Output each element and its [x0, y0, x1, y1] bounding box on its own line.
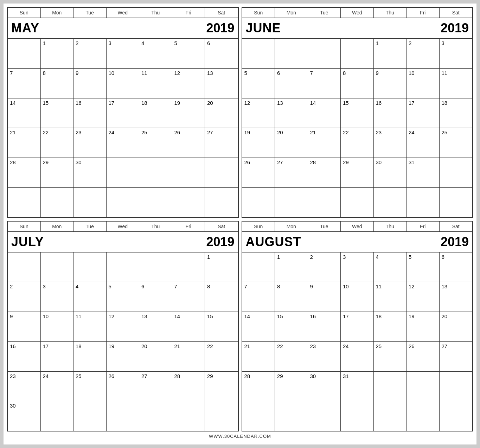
day-20: 20	[440, 312, 473, 341]
week-row-3: 16171819202122	[8, 342, 238, 372]
day-13: 13	[275, 98, 308, 128]
day-4: 4	[73, 282, 107, 312]
day-1: 1	[41, 39, 74, 68]
day-8: 8	[41, 69, 74, 98]
day-28: 28	[172, 372, 205, 401]
day-5: 5	[107, 282, 140, 312]
empty-day	[242, 252, 275, 282]
empty-day	[139, 158, 172, 187]
day-22: 22	[41, 128, 74, 158]
day-22: 22	[275, 342, 308, 371]
calendar-july-2019: SunMonTueWedThuFriSatJULY201912345678910…	[7, 221, 239, 432]
week-row-5	[242, 401, 473, 431]
day-10: 10	[41, 312, 74, 341]
empty-day	[41, 401, 74, 431]
calendar-body: 1234567891011121314151617181920212223242…	[8, 39, 238, 217]
week-row-0: 123456	[8, 39, 238, 69]
day-18: 18	[374, 312, 407, 341]
empty-day	[275, 401, 308, 431]
day-header-tue: Tue	[308, 8, 341, 18]
empty-day	[275, 39, 308, 68]
calendar-month: JUNE	[246, 21, 281, 36]
day-10: 10	[407, 69, 440, 98]
calendar-title-row: MAY2019	[8, 18, 238, 39]
day-24: 24	[407, 128, 440, 158]
day-25: 25	[139, 128, 172, 158]
day-12: 12	[242, 98, 275, 128]
day-15: 15	[41, 98, 74, 128]
day-header-sun: Sun	[8, 222, 41, 231]
day-26: 26	[407, 342, 440, 371]
empty-day	[139, 252, 172, 282]
day-9: 9	[8, 312, 41, 341]
empty-day	[73, 252, 107, 282]
week-row-2: 12131415161718	[242, 98, 473, 128]
day-14: 14	[308, 98, 341, 128]
week-row-0: 123	[242, 39, 473, 69]
day-18: 18	[73, 342, 107, 371]
day-1: 1	[205, 252, 238, 282]
day-header-sat: Sat	[205, 222, 238, 231]
empty-day	[440, 372, 473, 401]
day-2: 2	[407, 39, 440, 68]
day-13: 13	[139, 312, 172, 341]
day-20: 20	[205, 98, 238, 128]
day-29: 29	[341, 158, 374, 187]
day-header-sat: Sat	[440, 8, 473, 18]
day-8: 8	[205, 282, 238, 312]
week-row-4: 28293031	[242, 372, 473, 402]
day-header-fri: Fri	[172, 8, 205, 18]
day-24: 24	[107, 128, 140, 158]
day-3: 3	[440, 39, 473, 68]
day-25: 25	[73, 372, 107, 401]
day-12: 12	[407, 282, 440, 312]
calendar-year: 2019	[206, 21, 234, 36]
day-10: 10	[341, 282, 374, 312]
day-21: 21	[308, 128, 341, 158]
day-6: 6	[440, 252, 473, 282]
day-16: 16	[308, 312, 341, 341]
day-header-wed: Wed	[107, 8, 140, 18]
empty-day	[139, 401, 172, 431]
day-6: 6	[139, 282, 172, 312]
day-18: 18	[139, 98, 172, 128]
day-11: 11	[73, 312, 107, 341]
day-26: 26	[172, 128, 205, 158]
day-header-mon: Mon	[275, 222, 308, 231]
empty-day	[8, 252, 41, 282]
day-17: 17	[41, 342, 74, 371]
day-header-thu: Thu	[374, 222, 407, 231]
day-1: 1	[275, 252, 308, 282]
week-row-4: 23242526272829	[8, 372, 238, 402]
day-headers-row: SunMonTueWedThuFriSat	[8, 8, 238, 18]
day-7: 7	[242, 282, 275, 312]
day-13: 13	[440, 282, 473, 312]
day-9: 9	[73, 69, 107, 98]
day-header-mon: Mon	[41, 222, 74, 231]
day-5: 5	[172, 39, 205, 68]
day-14: 14	[242, 312, 275, 341]
empty-day	[8, 39, 41, 68]
day-16: 16	[73, 98, 107, 128]
day-25: 25	[440, 128, 473, 158]
week-row-2: 14151617181920	[242, 312, 473, 342]
empty-day	[205, 158, 238, 187]
day-24: 24	[341, 342, 374, 371]
empty-day	[308, 401, 341, 431]
empty-day	[172, 401, 205, 431]
calendar-year: 2019	[441, 235, 469, 249]
empty-day	[172, 188, 205, 217]
day-11: 11	[139, 69, 172, 98]
empty-day	[8, 188, 41, 217]
day-23: 23	[374, 128, 407, 158]
week-row-3: 19202122232425	[242, 128, 473, 158]
day-4: 4	[139, 39, 172, 68]
calendars-grid: SunMonTueWedThuFriSatMAY2019123456789101…	[7, 7, 473, 431]
week-row-2: 14151617181920	[8, 98, 238, 128]
empty-day	[407, 188, 440, 217]
footer: WWW.30CALENDAR.COM	[7, 431, 473, 441]
day-14: 14	[8, 98, 41, 128]
day-12: 12	[107, 312, 140, 341]
day-header-tue: Tue	[73, 222, 107, 231]
empty-day	[73, 188, 107, 217]
